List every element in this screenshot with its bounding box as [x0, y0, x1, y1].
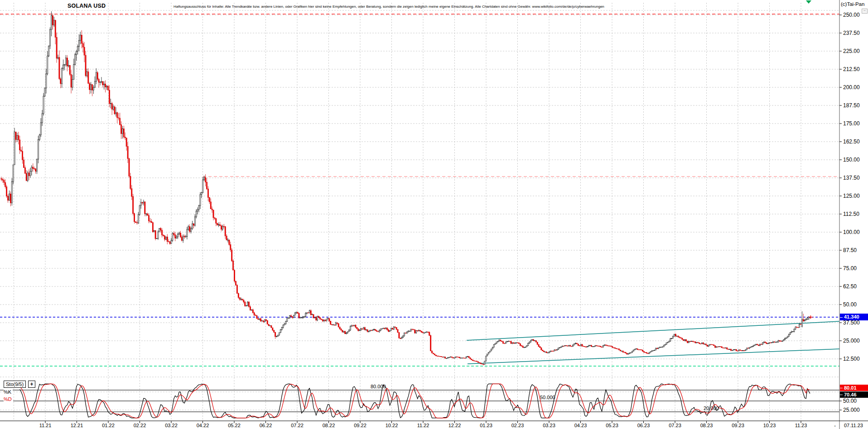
stochastic-d-value-badge: 80.01: [840, 385, 868, 391]
current-price-badge: 41.340: [840, 314, 868, 320]
indicator-axis-label: 50.00: [843, 398, 857, 404]
stochastic-k-label: %K: [4, 389, 13, 395]
indicator-settings-button[interactable]: Sto(9/5): [4, 381, 26, 388]
date-axis-label: 09.23: [732, 423, 744, 428]
add-indicator-icon[interactable]: +: [28, 381, 35, 388]
date-axis-label: 05.22: [228, 423, 241, 428]
sto-level-inline-label: 50.000: [540, 395, 555, 400]
overlay-lines: [0, 14, 839, 366]
date-axis-label: 07.22: [291, 423, 304, 428]
date-axis-label: 06.22: [260, 423, 272, 428]
stochastic-d-label: %D: [4, 396, 13, 402]
badge-tick: [840, 395, 843, 395]
date-axis-label: 10.22: [386, 423, 398, 428]
date-axis-label: 09.22: [354, 423, 366, 428]
indicator-axis-label: 25.000: [843, 407, 860, 413]
latest-bar-marker-icon: [806, 0, 811, 4]
sto-level-inline-label: 20.000: [704, 405, 719, 411]
sto-level-inline-label: 80.000: [371, 384, 386, 389]
copyright-label: (c)Tai-Pan: [841, 1, 864, 7]
price-axis-label: 50.00: [843, 301, 857, 308]
date-axis-label: 12.22: [448, 423, 461, 428]
date-axis-label: 05.23: [606, 423, 618, 428]
current-date-label: 07.11.23: [844, 423, 863, 428]
date-axis-separator: -: [834, 423, 836, 428]
date-axis-label: 11.22: [417, 423, 429, 428]
price-axis-label: 137.50: [843, 175, 860, 181]
badge-tick: [840, 317, 843, 318]
price-axis-label: 12.500: [843, 356, 860, 362]
price-axis-label: 200.00: [843, 84, 860, 91]
price-axis-label: 237.50: [843, 30, 860, 36]
date-axis-label: 10.23: [763, 423, 776, 428]
trend-channel-line: [467, 321, 839, 340]
price-axis-label: 37.500: [843, 319, 860, 326]
date-axis-label: 01.22: [102, 423, 115, 428]
price-axis-label: 25.000: [843, 338, 860, 344]
chart-canvas[interactable]: 250.00237.50225.00212.50200.00187.50175.…: [0, 0, 868, 429]
price-axis-label: 250.00: [843, 12, 860, 18]
price-axis-label: 100.00: [843, 229, 860, 235]
date-axis-label: 12.21: [71, 423, 83, 428]
date-axis-label: 08.23: [700, 423, 713, 428]
price-axis-label: 187.50: [843, 102, 860, 109]
date-axis-label: 02.23: [511, 423, 524, 428]
gridlines: [0, 3, 839, 421]
date-axis-label: 07.23: [669, 423, 681, 428]
price-axis-label: 212.50: [843, 66, 860, 72]
date-axis-label: 03.23: [543, 423, 555, 428]
price-axis-label: 62.50: [843, 283, 857, 290]
price-axis-label: 225.00: [843, 48, 860, 54]
taipan-chart-window: 250.00237.50225.00212.50200.00187.50175.…: [0, 0, 868, 429]
date-axis-label: 02.22: [134, 423, 146, 428]
price-axis-label: 175.00: [843, 120, 860, 127]
date-axis-label: 01.23: [480, 423, 492, 428]
price-axis-label: 87.50: [843, 247, 857, 253]
date-axis-label: 11.21: [39, 423, 52, 428]
date-axis-label: 11.23: [795, 423, 807, 428]
markers: [806, 0, 813, 319]
price-axis-label: 112.50: [843, 211, 859, 217]
chart-title: SOLANA USD: [68, 3, 106, 9]
date-axis-label: 04.22: [197, 423, 209, 428]
date-axis-label: 03.22: [165, 423, 178, 428]
candlesticks: [1, 11, 810, 365]
collapse-icon[interactable]: −: [862, 9, 868, 14]
date-axis-label: 06.23: [637, 423, 650, 428]
badge-tick: [840, 388, 843, 388]
price-axis-label: 162.50: [843, 138, 860, 145]
date-axis-label: 08.22: [323, 423, 335, 428]
date-axis-label: 04.23: [574, 423, 587, 428]
price-axis-label: 150.00: [843, 157, 860, 163]
current-price-value: 41.340: [840, 314, 859, 319]
price-axis-label: 75.00: [843, 265, 857, 272]
stochastic-k-value-badge: 70.46: [840, 391, 868, 398]
disclaimer-text: Haftungsausschluss für Inhalte: Alle Tre…: [174, 5, 604, 9]
price-axis-label: 125.00: [843, 193, 860, 199]
